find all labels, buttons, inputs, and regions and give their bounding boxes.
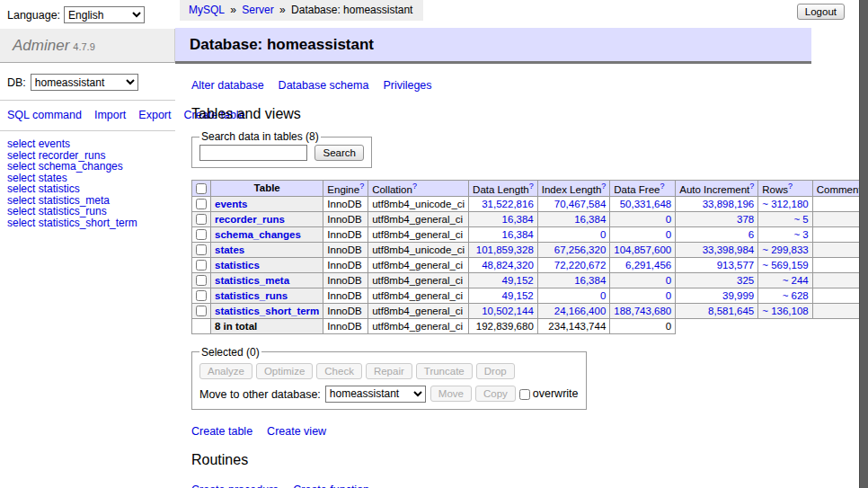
row-checkbox[interactable] [196, 260, 207, 271]
index-length-cell-link[interactable]: 24,166,400 [554, 306, 607, 316]
sidebar-select-statistics[interactable]: select statistics [7, 183, 168, 195]
link-database-schema[interactable]: Database schema [279, 79, 369, 92]
data-length-cell-link[interactable]: 49,152 [502, 275, 534, 286]
breadcrumb-mysql[interactable]: MySQL [189, 4, 225, 16]
sidebar-select-statistics_short_term[interactable]: select statistics_short_term [7, 217, 168, 229]
sidebar-select-schema_changes[interactable]: select schema_changes [7, 161, 168, 173]
link-create-view[interactable]: Create view [267, 425, 326, 438]
table-link-statistics_runs[interactable]: statistics_runs [215, 290, 288, 301]
data-length-cell-link[interactable]: 16,384 [502, 214, 534, 225]
help-icon[interactable]: ? [601, 182, 606, 191]
link-create-table[interactable]: Create table [191, 425, 252, 438]
auto-increment-cell-link[interactable]: 39,999 [722, 290, 754, 301]
index-length-cell-link[interactable]: 0 [600, 290, 606, 301]
rows-cell-link[interactable]: ~ 299,833 [762, 244, 808, 255]
table-link-events[interactable]: events [215, 199, 247, 209]
rows-cell-link[interactable]: ~ 569,159 [762, 260, 808, 271]
index-length-cell-link[interactable]: 72,220,672 [554, 260, 607, 271]
table-link-statistics_short_term[interactable]: statistics_short_term [215, 306, 319, 316]
auto-increment-cell-link[interactable]: 6 [748, 229, 754, 240]
link-alter-database[interactable]: Alter database [191, 79, 264, 92]
rows-cell-link[interactable]: ~ 5 [793, 214, 808, 225]
total-label-cell: 8 in total [211, 318, 323, 333]
data-length-cell-link[interactable]: 49,152 [502, 290, 534, 301]
data-length-cell-link[interactable]: 101,859,328 [476, 244, 534, 255]
sidebar-link-import[interactable]: Import [94, 109, 126, 121]
data-free-cell-link[interactable]: 188,743,680 [614, 306, 671, 316]
rows-cell-link[interactable]: ~ 244 [783, 275, 809, 286]
table-row: eventsInnoDButf8mb4_unicode_ci31,522,816… [192, 196, 868, 211]
table-link-states[interactable]: states [215, 244, 244, 255]
table-link-statistics[interactable]: statistics [215, 260, 260, 271]
sidebar-link-export[interactable]: Export [138, 109, 171, 121]
help-icon[interactable]: ? [788, 182, 793, 191]
sidebar-select-statistics_runs[interactable]: select statistics_runs [7, 206, 168, 217]
rows-cell-link[interactable]: ~ 136,108 [762, 306, 808, 316]
row-checkbox[interactable] [196, 244, 207, 255]
index-length-cell-link[interactable]: 0 [600, 229, 606, 240]
auto-increment-cell-link[interactable]: 913,577 [717, 260, 755, 271]
auto-increment-cell-link[interactable]: 325 [737, 275, 754, 286]
data-length-cell-link[interactable]: 31,522,816 [482, 199, 534, 209]
link-privileges[interactable]: Privileges [383, 79, 431, 92]
vertical-scrollbar[interactable] [859, 0, 868, 488]
search-button[interactable]: Search [314, 145, 363, 161]
data-length-cell-link[interactable]: 48,824,320 [482, 260, 534, 271]
row-checkbox[interactable] [196, 306, 207, 316]
auto-increment-cell-link[interactable]: 378 [737, 214, 754, 225]
link-create-function[interactable]: Create function [293, 484, 369, 488]
help-icon[interactable]: ? [749, 182, 754, 191]
index-length-cell-link[interactable]: 70,467,584 [554, 199, 607, 209]
breadcrumb-server[interactable]: Server [242, 4, 273, 16]
row-checkbox[interactable] [196, 199, 207, 209]
table-link-recorder_runs[interactable]: recorder_runs [215, 214, 285, 225]
db-select[interactable]: homeassistant [31, 74, 138, 91]
auto-increment-cell-link[interactable]: 33,898,196 [703, 199, 755, 209]
data-free-cell-link[interactable]: 0 [666, 214, 671, 225]
repair-button[interactable]: Repair [366, 363, 412, 379]
help-icon[interactable]: ? [412, 182, 417, 191]
move-database-select[interactable]: homeassistant [325, 386, 426, 403]
analyze-button[interactable]: Analyze [199, 363, 252, 379]
rows-cell-link[interactable]: ~ 312,180 [762, 199, 808, 209]
data-free-cell-link[interactable]: 0 [666, 290, 671, 301]
data-free-cell-link[interactable]: 6,291,456 [625, 260, 671, 271]
table-link-statistics_meta[interactable]: statistics_meta [215, 275, 289, 286]
help-icon[interactable]: ? [529, 182, 534, 191]
drop-button[interactable]: Drop [476, 363, 515, 379]
move-button[interactable]: Move [430, 386, 472, 402]
data-free-cell-link[interactable]: 0 [666, 275, 671, 286]
row-checkbox[interactable] [196, 275, 207, 286]
index-length-cell-link[interactable]: 16,384 [574, 275, 606, 286]
logout-button[interactable]: Logout [797, 4, 845, 20]
data-length-cell-link[interactable]: 16,384 [502, 229, 534, 240]
row-checkbox[interactable] [196, 290, 207, 301]
language-select[interactable]: English [64, 6, 145, 23]
sidebar-select-events[interactable]: select events [7, 138, 168, 150]
sidebar-link-sql-command[interactable]: SQL command [7, 109, 82, 121]
auto-increment-cell-link[interactable]: 8,581,645 [708, 306, 754, 316]
help-icon[interactable]: ? [660, 182, 664, 191]
data-free-cell-link[interactable]: 50,331,648 [620, 199, 672, 209]
overwrite-checkbox[interactable] [519, 389, 530, 400]
truncate-button[interactable]: Truncate [416, 363, 473, 379]
row-checkbox[interactable] [196, 229, 207, 240]
data-free-cell-link[interactable]: 104,857,600 [614, 244, 671, 255]
index-length-cell-link[interactable]: 67,256,320 [554, 244, 607, 255]
auto-increment-cell-link[interactable]: 33,398,984 [703, 244, 755, 255]
rows-cell-link[interactable]: ~ 628 [783, 290, 809, 301]
optimize-button[interactable]: Optimize [256, 363, 313, 379]
copy-button[interactable]: Copy [475, 386, 516, 402]
data-free-cell-link[interactable]: 0 [666, 229, 671, 240]
row-checkbox[interactable] [196, 214, 207, 225]
index-length-cell-link[interactable]: 16,384 [574, 214, 606, 225]
check-button[interactable]: Check [316, 363, 362, 379]
table-link-schema_changes[interactable]: schema_changes [215, 229, 301, 240]
rows-cell-link[interactable]: ~ 3 [793, 229, 808, 240]
help-icon[interactable]: ? [359, 182, 364, 191]
search-input[interactable] [199, 145, 307, 161]
data-length-cell-link[interactable]: 10,502,144 [482, 306, 534, 316]
select-all-checkbox[interactable] [196, 183, 207, 194]
link-create-procedure[interactable]: Create procedure [191, 484, 279, 488]
collation-cell: utf8mb4_general_ci [368, 288, 469, 303]
